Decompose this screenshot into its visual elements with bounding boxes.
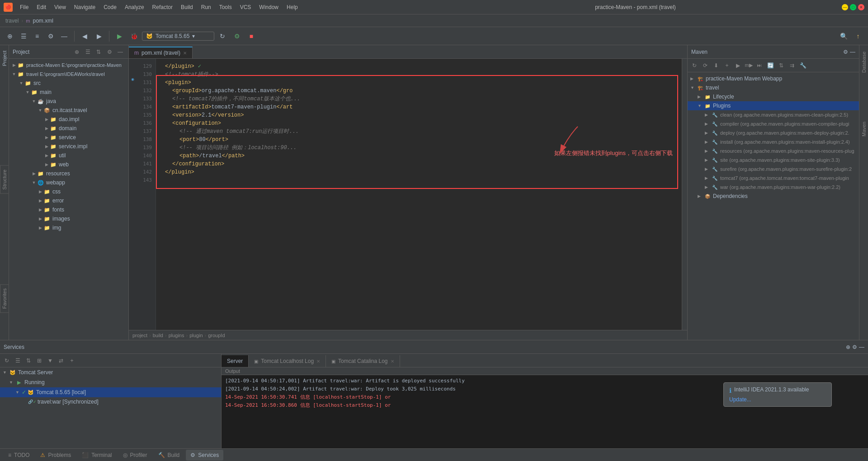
project-settings-btn[interactable]: ⊕ (72, 47, 81, 56)
localhost-log-close[interactable]: ✕ (316, 359, 320, 364)
toolbar-forward-btn[interactable]: ▶ (93, 30, 105, 42)
svc-filter-btn[interactable]: ▼ (45, 356, 55, 366)
tree-item-src[interactable]: ▼ 📁 src (9, 79, 128, 88)
structure-vtab[interactable]: Structure (0, 165, 9, 194)
maven-reimport-btn[interactable]: ⟳ (700, 61, 710, 71)
menu-view[interactable]: View (51, 2, 70, 12)
maven-item-install[interactable]: ▶ 🔧 install (org.apache.maven.plugins:ma… (688, 137, 859, 146)
editor-tab-pomxml[interactable]: m pom.xml (travel) ✕ (129, 47, 193, 58)
tree-item-domain[interactable]: ▶ 📁 domain (9, 124, 128, 133)
toolbar-refresh-btn[interactable]: ↻ (216, 30, 229, 42)
tree-item-service[interactable]: ▶ 📁 service (9, 133, 128, 142)
menu-file[interactable]: File (16, 2, 32, 12)
close-button[interactable]: ✕ (858, 4, 864, 10)
tree-item-img[interactable]: ▶ 📁 img (9, 223, 128, 232)
svc-item-tomcat-8565[interactable]: ▼ ✓ 🐱 Tomcat 8.5.65 [local] (0, 387, 221, 397)
tab-problems[interactable]: ⚠ Problems (36, 450, 75, 461)
toolbar-debug-btn[interactable]: 🐞 (127, 30, 140, 42)
services-add-btn[interactable]: ⊕ (846, 344, 850, 350)
toolbar-config-btn[interactable]: ≡ (31, 30, 43, 42)
maven-item-plugins[interactable]: ▼ 📁 Plugins (688, 101, 859, 110)
tree-item-practice-maven[interactable]: ▶ 📁 practice-Maven E:\program\practice-M… (9, 61, 128, 70)
tree-item-error[interactable]: ▶ 📁 error (9, 196, 128, 205)
menu-navigate[interactable]: Navigate (71, 2, 99, 12)
minimize-button[interactable]: — (842, 4, 848, 10)
maven-item-site[interactable]: ▶ 🔧 site (org.apache.maven.plugins:maven… (688, 155, 859, 165)
maven-item-practice-maven[interactable]: ▶ 🏗️ practice-Maven Maven Webapp (688, 74, 859, 83)
maven-skip-btn[interactable]: ⏭ (755, 61, 764, 71)
toolbar-run-btn[interactable]: ▶ (113, 30, 126, 42)
tree-item-util[interactable]: ▶ 📁 util (9, 151, 128, 160)
maven-refresh-btn[interactable]: ↻ (689, 61, 699, 71)
tab-services[interactable]: ⚙ Services (186, 450, 223, 461)
maven-run-btn[interactable]: ▶ (733, 61, 743, 71)
maven-item-dependencies[interactable]: ▶ 📦 Dependencies (688, 192, 859, 201)
svc-collapse-btn[interactable]: ☰ (13, 356, 23, 366)
menu-window[interactable]: Window (255, 2, 282, 12)
maven-item-compiler[interactable]: ▶ 🔧 compiler (org.apache.maven.plugins:m… (688, 119, 859, 128)
project-vtab[interactable]: Project (0, 47, 9, 70)
tab-todo[interactable]: ≡ TODO (4, 450, 34, 461)
toolbar-update-btn[interactable]: ↑ (852, 30, 864, 42)
svc-item-tomcat-server[interactable]: ▼ 🐱 Tomcat Server (0, 367, 221, 377)
tree-item-travel[interactable]: ▼ 📁 travel E:\program\IDEAWorks\travel (9, 70, 128, 79)
toolbar-list-btn[interactable]: ☰ (17, 30, 30, 42)
maven-settings-btn[interactable]: ⚙ (843, 49, 848, 55)
favorites-vtab[interactable]: Favorites (0, 284, 9, 313)
menu-help[interactable]: Help (283, 2, 302, 12)
project-gear-btn[interactable]: ⚙ (105, 47, 114, 56)
svc-list-btn[interactable]: ⇅ (24, 356, 33, 366)
svc-sort-btn[interactable]: ⇄ (56, 356, 66, 366)
maven-item-clean[interactable]: ▶ 🔧 clean (org.apache.maven.plugins:mave… (688, 110, 859, 119)
services-minimize-btn[interactable]: — (859, 344, 864, 350)
project-minimize-btn[interactable]: — (116, 47, 125, 56)
toolbar-settings-btn[interactable]: ⚙ (44, 30, 57, 42)
toolbar-search-btn[interactable]: 🔍 (837, 30, 850, 42)
maven-collapse-btn[interactable]: ⇉ (787, 61, 797, 71)
menu-build[interactable]: Build (177, 2, 197, 12)
tab-terminal[interactable]: ⬛ Terminal (77, 450, 116, 461)
tree-item-main[interactable]: ▼ 📁 main (9, 88, 128, 97)
menu-refactor[interactable]: Refactor (149, 2, 176, 12)
maven-item-tomcat7[interactable]: ▶ 🔧 tomcat7 (org.apache.tomcat.maven:tom… (688, 174, 859, 183)
catalina-log-close[interactable]: ✕ (391, 359, 394, 364)
log-tab-server[interactable]: Server (222, 355, 249, 367)
maven-run-m-btn[interactable]: m▶ (744, 61, 754, 71)
maven-minimize-btn[interactable]: — (850, 49, 855, 55)
maximize-button[interactable]: □ (850, 4, 856, 10)
editor-code[interactable]: </plugin> ✓ <!--tomcat插件--> <plugin> <gr… (156, 59, 682, 330)
tree-item-images[interactable]: ▶ 📁 images (9, 214, 128, 223)
maven-expand-btn[interactable]: ⇅ (776, 61, 786, 71)
tree-item-resources[interactable]: ▶ 📁 resources (9, 169, 128, 178)
svc-refresh-btn[interactable]: ↻ (2, 356, 12, 366)
tree-item-package[interactable]: ▼ 📦 cn.itcast.travel (9, 106, 128, 115)
maven-add-btn[interactable]: + (722, 61, 732, 71)
maven-item-lifecycle[interactable]: ▶ 📁 Lifecycle (688, 92, 859, 101)
breadcrumb-travel[interactable]: travel (5, 18, 19, 24)
tree-item-fonts[interactable]: ▶ 📁 fonts (9, 205, 128, 214)
project-expand-btn[interactable]: ☰ (83, 47, 92, 56)
menu-edit[interactable]: Edit (33, 2, 50, 12)
notification-update-link[interactable]: Update... (729, 396, 751, 403)
menu-vcs[interactable]: VCS (236, 2, 255, 12)
breadcrumb-pomxml[interactable]: pom.xml (33, 18, 53, 24)
toolbar-minus-btn[interactable]: — (58, 30, 71, 42)
maven-item-surefire[interactable]: ▶ 🔧 surefire (org.apache.maven.plugins:m… (688, 165, 859, 174)
toolbar-build-btn[interactable]: ⚙ (231, 30, 243, 42)
toolbar-add-btn[interactable]: ⊕ (4, 30, 16, 42)
svc-add-btn[interactable]: + (67, 356, 77, 366)
svc-item-travel-war[interactable]: 🔗✓ travel:war [Synchronized] (0, 397, 221, 406)
maven-item-deploy[interactable]: ▶ 🔧 deploy (org.apache.maven.plugins:mav… (688, 128, 859, 137)
maven-wrench-btn[interactable]: 🔧 (798, 61, 808, 71)
maven-item-war[interactable]: ▶ 🔧 war (org.apache.maven.plugins:maven-… (688, 183, 859, 192)
maven-download-btn[interactable]: ⬇ (711, 61, 721, 71)
tree-item-dao-impl[interactable]: ▶ 📁 dao.impl (9, 115, 128, 124)
maven-item-travel[interactable]: ▼ 🏗️ travel (688, 83, 859, 92)
tab-build[interactable]: 🔨 Build (154, 450, 184, 461)
tab-close-btn[interactable]: ✕ (183, 51, 187, 56)
tree-item-web[interactable]: ▶ 📁 web (9, 160, 128, 169)
svc-item-running[interactable]: ▼ ▶ Running (0, 377, 221, 387)
menu-run[interactable]: Run (198, 2, 215, 12)
editor-scrollbar[interactable] (682, 59, 687, 330)
tree-item-service-impl[interactable]: ▶ 📁 service.impl (9, 142, 128, 151)
